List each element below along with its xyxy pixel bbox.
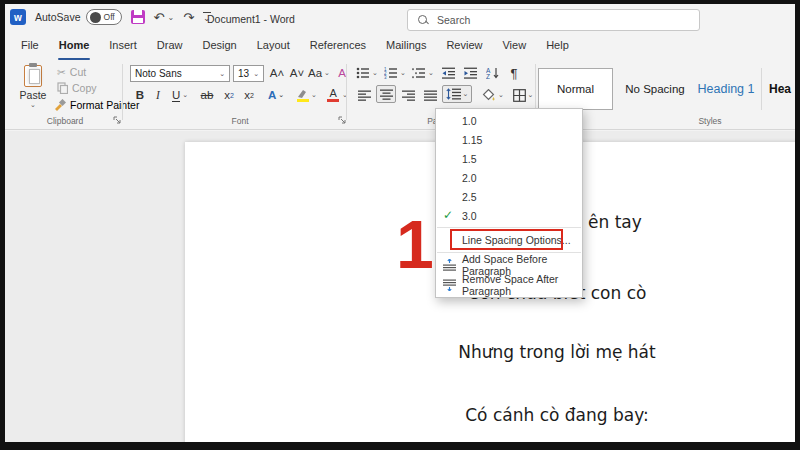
spacing-option-3-checked[interactable]: ✓ 3.0 [436,206,582,225]
svg-text:3: 3 [384,75,387,79]
tab-view[interactable]: View [492,36,536,58]
numbering-button[interactable]: 123⌄ [382,64,408,82]
autosave-label: AutoSave [35,11,81,23]
tab-draw[interactable]: Draw [147,36,193,58]
change-case-button[interactable]: Aa⌄ [307,64,331,82]
strikethrough-button[interactable]: ab [197,86,217,104]
align-left-button[interactable] [354,86,374,104]
align-right-button[interactable] [398,86,418,104]
font-size-combo[interactable]: 13 ⌄ [233,65,264,82]
bullets-button[interactable]: ⌄ [354,64,380,82]
multilevel-list-button[interactable]: ⌄ [410,64,436,82]
italic-button[interactable]: I [150,86,166,104]
sort-button[interactable]: AZ [483,64,503,82]
font-name-combo[interactable]: Noto Sans ⌄ [130,65,230,82]
format-painter-label: Format Painter [70,99,139,111]
format-painter-button[interactable]: Format Painter [53,99,139,111]
increase-indent-button[interactable] [461,64,481,82]
spacing-option-2[interactable]: 2.0 [436,168,582,187]
borders-button[interactable]: ⌄ [509,86,537,104]
style-label: Hea [769,82,791,96]
decrease-indent-button[interactable] [439,64,459,82]
text-effects-button[interactable]: A⌄ [263,86,289,104]
search-icon [418,15,429,26]
text-effects-icon: A [268,89,276,101]
change-case-icon: Aa [308,67,322,79]
tab-help[interactable]: Help [536,36,579,58]
tab-mailings[interactable]: Mailings [376,36,436,58]
clipboard-group-label: Clipboard [11,116,119,126]
cut-button[interactable]: ✂ Cut [57,66,86,78]
redo-icon[interactable]: ↷ [183,11,194,24]
highlight-color-button[interactable]: ⌄ [292,86,320,104]
spacing-option-1-15[interactable]: 1.15 [436,130,582,149]
quick-access-toolbar: w AutoSave Off ↶ ⌄ ↷ ⌄ [10,9,211,25]
line-spacing-button[interactable]: ⌄ [442,85,472,103]
doc-line-partial: ên tay [588,212,642,232]
shrink-font-button[interactable]: A˅ [288,64,306,82]
shading-button[interactable]: ⌄ [479,86,507,104]
style-no-spacing[interactable]: No Spacing [617,68,693,110]
font-color-icon: A [326,87,340,103]
style-heading2-cut[interactable]: Hea [769,68,795,110]
align-center-button[interactable] [376,85,396,103]
doc-line: Nhưng trong lời mẹ hát [357,342,757,362]
search-box[interactable]: Search [407,9,700,31]
tab-file[interactable]: File [11,36,49,58]
paste-button[interactable]: Paste ⌄ [15,63,51,115]
tab-layout[interactable]: Layout [247,36,300,58]
undo-chevron-icon[interactable]: ⌄ [167,13,174,22]
bold-button[interactable]: B [132,86,148,104]
shading-icon [482,89,496,102]
add-space-before-icon [442,259,457,271]
tab-home[interactable]: Home [49,36,100,58]
spacing-option-2-5[interactable]: 2.5 [436,187,582,206]
tab-review[interactable]: Review [436,36,492,58]
spacing-option-1[interactable]: 1.0 [436,111,582,130]
sort-icon: AZ [486,67,500,79]
align-right-icon [402,90,415,101]
spacing-option-label: 2.0 [462,172,477,184]
borders-icon [513,89,526,102]
paste-label: Paste [20,89,47,101]
tab-insert[interactable]: Insert [99,36,147,58]
tab-design[interactable]: Design [192,36,246,58]
superscript-button[interactable]: x2 [240,86,258,104]
autosave-toggle[interactable]: AutoSave Off [35,9,122,25]
style-heading1[interactable]: Heading 1 [693,68,759,110]
copy-button[interactable]: Copy [57,82,97,94]
menu-separator [437,227,581,228]
font-name-value: Noto Sans [135,68,182,79]
document-title: Document1 - Word [207,13,295,25]
clear-formatting-button[interactable]: A [333,64,351,82]
autosave-switch[interactable]: Off [86,9,122,25]
copy-icon [57,82,68,94]
ribbon: Paste ⌄ ✂ Cut Copy Format Painter Clipbo… [5,58,795,130]
style-normal[interactable]: Normal [538,68,613,110]
underline-icon: U [172,89,180,102]
add-space-before-item[interactable]: Add Space Before Paragraph [436,255,582,275]
format-painter-icon [53,99,66,111]
spacing-option-label: 1.15 [462,134,482,146]
line-spacing-options-item[interactable]: Line Spacing Options... [436,230,582,250]
undo-icon[interactable]: ↶ [154,11,165,24]
remove-space-after-item[interactable]: Remove Space After Paragraph [436,275,582,295]
copy-label: Copy [72,82,97,94]
bold-icon: B [136,89,144,101]
save-icon[interactable] [131,10,145,24]
remove-space-after-icon [442,279,457,291]
styles-divider [761,68,762,110]
annotation-step-number: 1 [396,204,434,284]
word-logo-icon[interactable]: w [10,9,26,25]
grow-font-button[interactable]: A˄ [268,64,286,82]
spacing-option-1-5[interactable]: 1.5 [436,149,582,168]
clipboard-dialog-launcher-icon[interactable] [113,116,122,125]
subscript-button[interactable]: x2 [220,86,238,104]
underline-button[interactable]: U⌄ [168,86,192,104]
italic-icon: I [156,89,160,101]
tab-references[interactable]: References [300,36,376,58]
highlighter-icon [295,88,309,103]
show-marks-button[interactable]: ¶ [505,64,523,82]
cut-label: Cut [70,66,86,78]
justify-button[interactable] [420,86,440,104]
